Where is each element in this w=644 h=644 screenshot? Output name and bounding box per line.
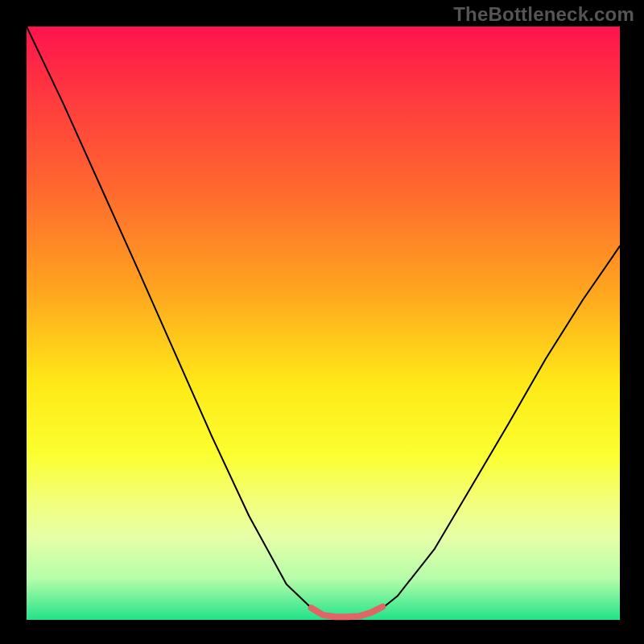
chart-svg	[0, 0, 644, 644]
plot-background	[27, 27, 620, 620]
chart-canvas: TheBottleneck.com	[0, 0, 644, 644]
watermark-text: TheBottleneck.com	[453, 3, 634, 26]
